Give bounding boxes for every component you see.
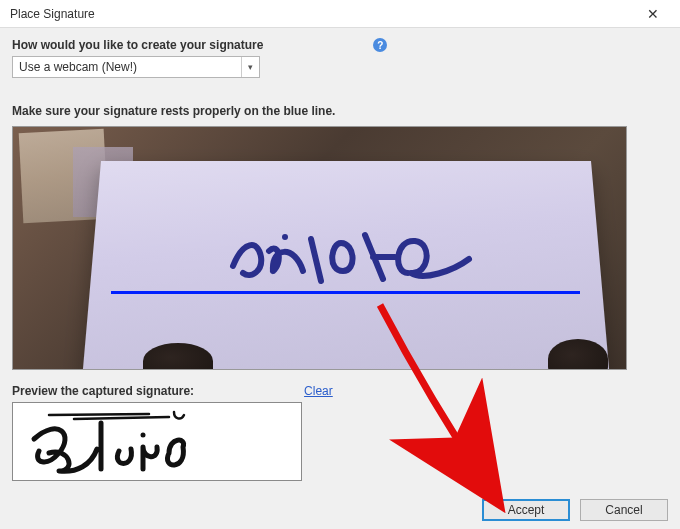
dialog-footer: Accept Cancel bbox=[482, 499, 668, 521]
accept-button[interactable]: Accept bbox=[482, 499, 570, 521]
titlebar: Place Signature ✕ bbox=[0, 0, 680, 28]
blue-line-instruction: Make sure your signature rests properly … bbox=[12, 104, 668, 118]
preview-header-row: Preview the captured signature: Clear bbox=[12, 384, 668, 398]
close-button[interactable]: ✕ bbox=[634, 2, 672, 26]
cancel-button[interactable]: Cancel bbox=[580, 499, 668, 521]
place-signature-dialog: Place Signature ✕ How would you like to … bbox=[0, 0, 680, 529]
create-method-selected: Use a webcam (New!) bbox=[13, 60, 241, 74]
create-method-label: How would you like to create your signat… bbox=[12, 38, 263, 52]
preview-label: Preview the captured signature: bbox=[12, 384, 194, 398]
captured-signature-stroke bbox=[19, 407, 289, 479]
clear-link[interactable]: Clear bbox=[304, 384, 333, 398]
chevron-down-icon: ▾ bbox=[241, 57, 259, 77]
captured-signature-preview bbox=[12, 402, 302, 481]
dialog-title: Place Signature bbox=[10, 7, 634, 21]
svg-point-1 bbox=[141, 433, 146, 438]
create-method-row: How would you like to create your signat… bbox=[12, 38, 668, 52]
create-method-select[interactable]: Use a webcam (New!) ▾ bbox=[12, 56, 260, 78]
signature-card bbox=[82, 161, 609, 370]
dialog-content: How would you like to create your signat… bbox=[0, 28, 680, 481]
webcam-preview bbox=[12, 126, 627, 370]
blue-guideline bbox=[111, 291, 580, 294]
help-icon[interactable]: ? bbox=[373, 38, 387, 52]
close-icon: ✕ bbox=[647, 6, 659, 22]
